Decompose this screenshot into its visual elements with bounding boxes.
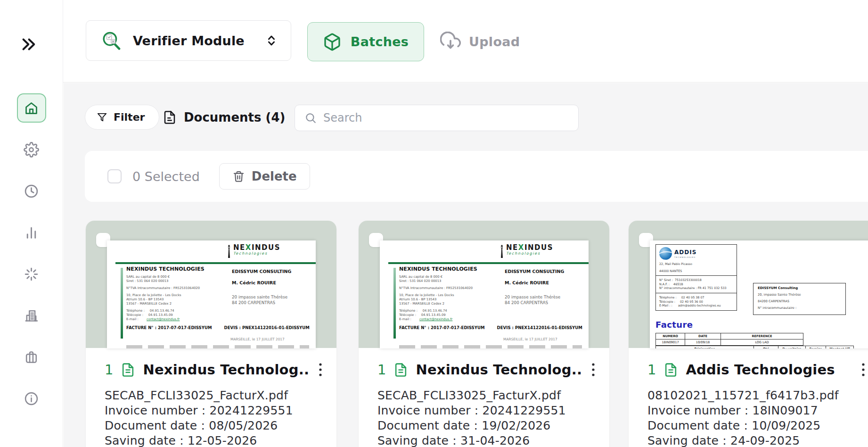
- cloud-download-icon: [440, 32, 461, 52]
- bar-chart-icon: [24, 225, 39, 240]
- sidebar-item-history[interactable]: [17, 176, 46, 206]
- building-icon: [24, 308, 39, 323]
- sidebar: [0, 0, 63, 447]
- card-footer: 1 Nexindus Technolog... SECAB_FCLI33025_…: [86, 348, 336, 447]
- topbar: Verifier Module Batches Upload: [63, 0, 868, 83]
- filename: SECAB_FCLI33025_FacturX.pdf: [377, 388, 595, 403]
- file-icon: [393, 363, 408, 377]
- document-thumbnail[interactable]: NEXINDUS Technologies NEXINDUS TECHNOLOG…: [107, 240, 316, 348]
- document-date: Document date : 19/02/2026: [377, 418, 595, 433]
- gear-icon: [24, 142, 39, 157]
- sidebar-nav: [0, 93, 63, 413]
- filename: SECAB_FCLI33025_FacturX.pdf: [105, 388, 322, 403]
- sidebar-item-processing[interactable]: [17, 259, 46, 289]
- card-footer: 1 Addis Technologies 08102021_115721_f64…: [629, 348, 868, 447]
- chevrons-right-icon: [20, 36, 37, 53]
- filename: 08102021_115721_f6417b3.pdf: [647, 388, 865, 403]
- lighthouse-icon: [499, 244, 505, 258]
- card-menu-button[interactable]: [316, 360, 325, 379]
- documents-count-label: Documents (4): [163, 105, 285, 130]
- sidebar-item-about[interactable]: [17, 384, 46, 413]
- document-card[interactable]: NEXINDUS Technologies NEXINDUS TECHNOLOG…: [359, 221, 609, 447]
- page-count-badge: 1: [377, 362, 386, 378]
- saving-date: Saving date : 24-09-2025: [647, 433, 865, 447]
- file-icon: [121, 363, 135, 377]
- lighthouse-icon: [226, 244, 232, 258]
- search-box: [295, 105, 579, 131]
- batches-button[interactable]: Batches: [307, 22, 424, 61]
- delete-label: Delete: [252, 169, 297, 183]
- funnel-icon: [97, 112, 107, 123]
- filter-label: Filter: [114, 111, 145, 123]
- module-selector[interactable]: Verifier Module: [86, 20, 291, 61]
- info-icon: [24, 391, 39, 406]
- nexindus-logo: NEXINDUS Technologies: [506, 243, 553, 256]
- card-header: ADDIS TECHNOLOGIES 22, Mail Pablo Picass…: [629, 221, 868, 348]
- card-title: Nexindus Technolog...: [416, 362, 581, 378]
- selected-count-label: 0 Selected: [132, 169, 200, 184]
- card-metadata: SECAB_FCLI33025_FacturX.pdf Invoice numb…: [377, 388, 595, 447]
- selection-bar: 0 Selected Delete: [85, 151, 868, 202]
- addis-globe-icon: [659, 247, 672, 260]
- module-selector-label: Verifier Module: [133, 33, 245, 48]
- saving-date: Saving date : 12-05-2026: [105, 433, 322, 447]
- card-footer: 1 Nexindus Technolog... SECAB_FCLI33025_…: [359, 348, 609, 447]
- delete-button[interactable]: Delete: [219, 163, 310, 190]
- page-count-badge: 1: [105, 362, 113, 378]
- clock-icon: [24, 183, 39, 199]
- spinner-icon: [24, 266, 39, 282]
- home-icon: [24, 100, 39, 116]
- sidebar-item-company[interactable]: [17, 301, 46, 330]
- sidebar-item-cases[interactable]: [17, 342, 46, 372]
- upload-label: Upload: [469, 34, 520, 49]
- search-input[interactable]: [323, 111, 569, 124]
- upload-button[interactable]: Upload: [440, 22, 520, 61]
- card-menu-button[interactable]: [589, 360, 598, 379]
- verify-magnifier-icon: [100, 30, 123, 52]
- card-menu-button[interactable]: [859, 360, 868, 379]
- package-icon: [323, 33, 342, 51]
- document-thumbnail[interactable]: NEXINDUS Technologies NEXINDUS TECHNOLOG…: [380, 240, 589, 348]
- trash-icon: [232, 170, 245, 183]
- filter-button[interactable]: Filter: [85, 105, 159, 130]
- page-count-badge: 1: [647, 362, 656, 378]
- card-metadata: 08102021_115721_f6417b3.pdf Invoice numb…: [647, 388, 865, 447]
- card-header: NEXINDUS Technologies NEXINDUS TECHNOLOG…: [86, 221, 336, 348]
- document-card[interactable]: NEXINDUS Technologies NEXINDUS TECHNOLOG…: [86, 221, 336, 447]
- file-icon: [663, 363, 678, 377]
- nexindus-logo: NEXINDUS Technologies: [233, 243, 280, 256]
- main-content: Filter Documents (4) 0 Selected: [64, 83, 868, 447]
- card-title: Nexindus Technolog...: [143, 362, 308, 378]
- invoice-number: Invoice number : 20241229551: [377, 403, 595, 418]
- search-icon: [304, 112, 317, 124]
- document-thumbnail[interactable]: ADDIS TECHNOLOGIES 22, Mail Pablo Picass…: [650, 240, 868, 348]
- document-date: Document date : 08/05/2026: [105, 418, 322, 433]
- invoice-number: Invoice number : 20241229551: [105, 403, 322, 418]
- sidebar-item-home[interactable]: [17, 93, 46, 123]
- document-icon: [163, 110, 177, 124]
- chevron-up-down-icon: [264, 33, 278, 48]
- briefcase-icon: [24, 349, 39, 365]
- document-card[interactable]: ADDIS TECHNOLOGIES 22, Mail Pablo Picass…: [629, 221, 868, 447]
- batches-label: Batches: [351, 34, 409, 49]
- document-date: Document date : 10/09/2025: [647, 418, 865, 433]
- expand-sidebar-button[interactable]: [20, 36, 37, 53]
- sidebar-item-settings[interactable]: [17, 135, 46, 164]
- card-header: NEXINDUS Technologies NEXINDUS TECHNOLOG…: [359, 221, 609, 348]
- saving-date: Saving date : 31-04-2026: [377, 433, 595, 447]
- card-metadata: SECAB_FCLI33025_FacturX.pdf Invoice numb…: [105, 388, 322, 447]
- card-title: Addis Technologies: [686, 362, 851, 378]
- select-all-checkbox[interactable]: [107, 169, 122, 183]
- sidebar-item-statistics[interactable]: [17, 218, 46, 247]
- invoice-number: Invoice number : 18IN09017: [647, 403, 865, 418]
